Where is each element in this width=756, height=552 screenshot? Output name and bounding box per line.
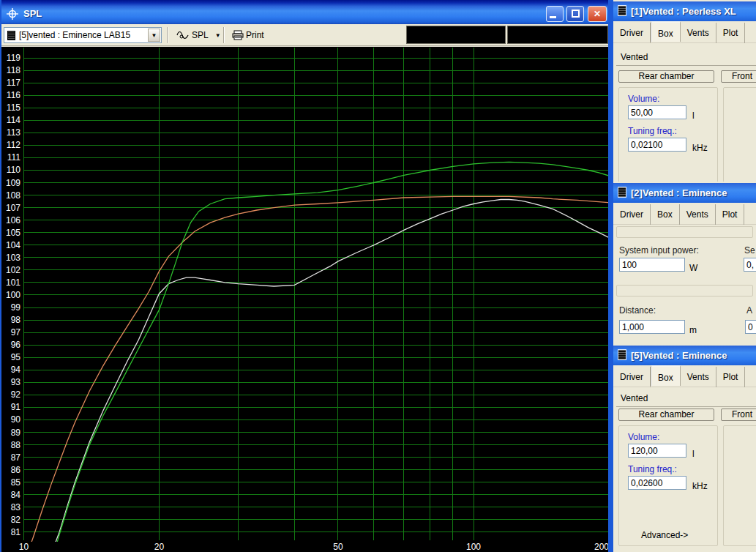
svg-text:89: 89 <box>11 428 21 438</box>
svg-text:90: 90 <box>11 414 21 425</box>
window-icon <box>618 5 626 16</box>
panel2-titlebar[interactable]: [2]Vented : Eminence <box>613 183 756 203</box>
panel1-tabrow: Driver Box Vents Plot <box>613 23 756 43</box>
project-panels-column: [1]Vented : Peerless XL Driver Box Vents… <box>611 0 756 552</box>
spl-window: SPL ✕ [5]vented : Eminence LAB15 ▼ SPL ▼ <box>0 0 611 552</box>
svg-text:103: 103 <box>6 253 20 263</box>
front-chamber-button[interactable]: Front <box>721 409 756 421</box>
panel-vented-peerless: [1]Vented : Peerless XL Driver Box Vents… <box>613 0 756 182</box>
tab-box[interactable]: Box <box>651 204 680 225</box>
tuning-freq-label: Tuning freq.: <box>628 126 677 136</box>
panel-vented-eminence-5: [5]Vented : Eminence Driver Box Vents Pl… <box>613 344 756 552</box>
panel1-title: [1]Vented : Peerless XL <box>631 6 736 17</box>
volume-label: Volume: <box>628 432 659 442</box>
svg-text:115: 115 <box>7 102 20 113</box>
svg-text:96: 96 <box>11 340 21 350</box>
partial-se-label: Se <box>744 245 755 256</box>
svg-text:93: 93 <box>11 377 21 387</box>
volume-unit: l <box>692 111 695 121</box>
tuning-freq-input[interactable] <box>628 138 686 152</box>
distance-unit: m <box>689 325 697 335</box>
svg-text:20: 20 <box>154 542 165 552</box>
system-input-power-input[interactable] <box>619 258 685 272</box>
tab-plot[interactable]: Plot <box>716 23 746 43</box>
volume-input[interactable] <box>628 444 686 458</box>
rear-chamber-button[interactable]: Rear chamber <box>618 70 714 83</box>
svg-text:98: 98 <box>11 315 21 325</box>
rear-chamber-group: Volume: l Tuning freq.: kHz <box>618 87 718 182</box>
crosshair-icon <box>7 8 18 20</box>
svg-text:116: 116 <box>7 90 20 100</box>
tab-plot[interactable]: Plot <box>716 204 745 225</box>
y-axis-labels: 8182838485868788899091929394959697989910… <box>6 53 20 537</box>
rear-chamber-button[interactable]: Rear chamber <box>618 409 714 421</box>
box-type-select[interactable]: Vented <box>616 50 756 66</box>
tab-driver[interactable]: Driver <box>613 23 651 43</box>
svg-text:97: 97 <box>11 327 21 337</box>
waveform-icon <box>176 31 190 40</box>
tab-box[interactable]: Box <box>651 21 681 42</box>
spl-plot-svg: 8182838485868788899091929394959697989910… <box>1 47 608 552</box>
partial-a-input[interactable] <box>745 320 756 334</box>
panel1-titlebar[interactable]: [1]Vented : Peerless XL <box>613 1 756 21</box>
close-button[interactable]: ✕ <box>588 6 607 22</box>
tab-vents[interactable]: Vents <box>680 204 716 225</box>
svg-text:92: 92 <box>11 389 21 400</box>
panel3-titlebar[interactable]: [5]Vented : Eminence <box>613 346 756 365</box>
print-label: Print <box>246 30 264 40</box>
partial-se-input[interactable] <box>744 258 756 272</box>
tuning-freq-unit: kHz <box>692 143 708 153</box>
maximize-button[interactable] <box>566 6 584 22</box>
svg-text:111: 111 <box>7 152 21 163</box>
volume-label: Volume: <box>628 94 659 104</box>
tab-vents[interactable]: Vents <box>681 367 716 387</box>
volume-input[interactable] <box>628 105 686 119</box>
separator-strip <box>616 285 753 296</box>
box-type-select[interactable]: Vented <box>616 391 756 407</box>
tab-vents[interactable]: Vents <box>681 23 716 43</box>
separator-strip <box>616 226 753 238</box>
panel-vented-eminence-2: [2]Vented : Eminence Driver Box Vents Pl… <box>613 182 756 344</box>
plot-type-button[interactable]: SPL ▼ <box>173 27 224 43</box>
tuning-freq-label: Tuning freq.: <box>628 464 677 474</box>
front-chamber-button[interactable]: Front <box>721 70 756 83</box>
rear-chamber-group: Volume: l Tuning freq.: kHz Advanced-> <box>618 425 718 546</box>
printer-icon <box>232 30 244 40</box>
svg-text:118: 118 <box>7 65 20 75</box>
front-chamber-group <box>723 425 756 546</box>
tab-plot[interactable]: Plot <box>716 367 746 387</box>
svg-text:104: 104 <box>6 240 20 250</box>
toolbar-separator <box>167 27 168 43</box>
print-button[interactable]: Print <box>229 27 267 43</box>
readout-box-left <box>406 26 506 44</box>
svg-text:99: 99 <box>11 302 21 313</box>
tab-box[interactable]: Box <box>651 365 681 386</box>
svg-text:100: 100 <box>466 542 481 552</box>
system-input-power-label: System input power: <box>619 245 699 256</box>
svg-text:113: 113 <box>7 127 20 138</box>
minimize-icon <box>550 16 556 18</box>
svg-text:112: 112 <box>7 140 20 150</box>
power-unit: W <box>689 263 697 273</box>
distance-input[interactable] <box>619 320 685 334</box>
svg-text:106: 106 <box>6 215 20 225</box>
tab-driver[interactable]: Driver <box>613 367 651 387</box>
spl-curve-0 <box>23 196 608 552</box>
panel3-title: [5]Vented : Eminence <box>631 350 727 361</box>
svg-text:85: 85 <box>11 477 21 488</box>
project-icon <box>7 31 15 40</box>
svg-text:105: 105 <box>6 228 20 238</box>
tab-driver[interactable]: Driver <box>613 204 651 225</box>
chevron-down-icon[interactable]: ▼ <box>148 29 160 42</box>
spl-curve-1 <box>48 200 608 552</box>
panel3-tabrow: Driver Box Vents Plot <box>613 367 756 387</box>
spl-titlebar[interactable]: SPL ✕ <box>1 0 608 24</box>
svg-text:114: 114 <box>7 115 20 125</box>
project-selector[interactable]: [5]vented : Eminence LAB15 ▼ <box>4 27 162 43</box>
tuning-freq-input[interactable] <box>628 476 686 490</box>
x-axis-labels: 102050100200 <box>19 542 608 552</box>
toolbar-separator <box>223 27 225 43</box>
minimize-button[interactable] <box>546 6 564 22</box>
advanced-link[interactable]: Advanced-> <box>641 530 688 540</box>
tuning-freq-unit: kHz <box>692 481 708 491</box>
